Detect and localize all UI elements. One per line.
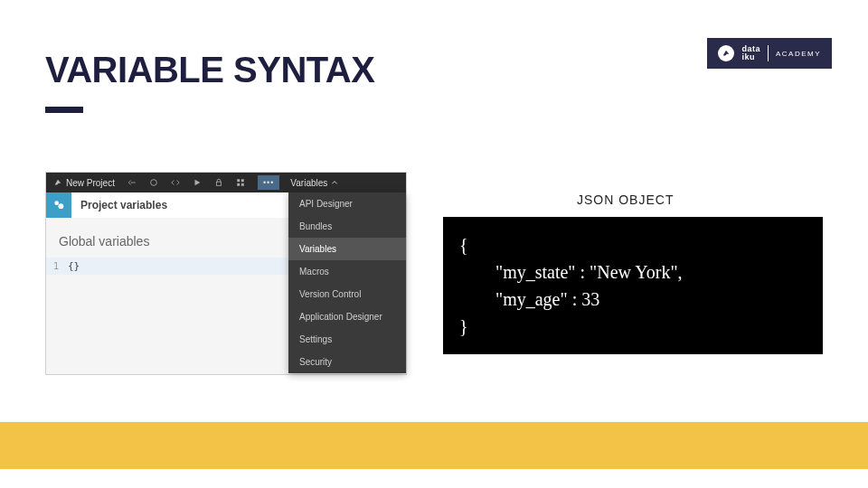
dropdown-item-settings[interactable]: Settings <box>288 328 406 351</box>
title-underline <box>45 107 83 113</box>
gear-cluster-icon <box>46 192 71 218</box>
svg-rect-1 <box>216 182 221 185</box>
project-name-text: New Project <box>66 178 115 188</box>
svg-point-0 <box>151 180 157 186</box>
svg-rect-3 <box>241 179 244 182</box>
play-icon[interactable] <box>193 178 202 187</box>
dropdown-item-macros[interactable]: Macros <box>288 260 406 283</box>
project-variables-title: Project variables <box>80 199 167 211</box>
svg-rect-5 <box>241 183 244 186</box>
lock-icon[interactable] <box>214 178 223 187</box>
brand-logo-badge: data iku ACADEMY <box>707 38 832 69</box>
dropdown-item-api-designer[interactable]: API Designer <box>288 192 406 215</box>
svg-rect-4 <box>237 183 240 186</box>
circle-icon[interactable] <box>149 178 158 187</box>
flow-icon[interactable] <box>127 178 137 187</box>
grid-icon[interactable] <box>236 178 245 187</box>
brand-line-2: iku <box>741 53 760 61</box>
page-title: VARIABLE SYNTAX <box>45 50 374 90</box>
bird-icon <box>718 45 734 61</box>
variables-tab-label: Variables <box>290 178 327 188</box>
bird-icon <box>53 178 62 187</box>
dropdown-item-version-control[interactable]: Version Control <box>288 283 406 305</box>
svg-point-6 <box>54 201 59 205</box>
app-screenshot: New Project ••• Variables Project variab… <box>45 172 407 375</box>
more-menu-trigger[interactable]: ••• <box>258 175 279 190</box>
chevron-up-icon <box>331 179 338 186</box>
decorative-footer-bar <box>0 422 868 469</box>
app-toolbar: New Project ••• Variables <box>46 173 406 192</box>
academy-label: ACADEMY <box>776 50 821 58</box>
svg-rect-2 <box>237 179 240 182</box>
json-code-block: { "my_state" : "New York", "my_age" : 33… <box>443 217 823 354</box>
line-number: 1 <box>53 261 68 271</box>
variables-tab[interactable]: Variables <box>281 173 347 192</box>
dropdown-item-security[interactable]: Security <box>288 351 406 373</box>
logo-divider <box>768 45 769 61</box>
code-icon[interactable] <box>171 178 180 187</box>
brand-name: data iku <box>741 45 760 61</box>
code-content: {} <box>68 260 80 272</box>
dropdown-item-bundles[interactable]: Bundles <box>288 215 406 238</box>
dropdown-item-variables[interactable]: Variables <box>288 238 406 260</box>
dropdown-item-application-designer[interactable]: Application Designer <box>288 305 406 328</box>
svg-point-7 <box>58 203 63 209</box>
json-object-label: JSON OBJECT <box>577 192 674 207</box>
project-name-label[interactable]: New Project <box>53 178 115 188</box>
more-dropdown-menu: API Designer Bundles Variables Macros Ve… <box>288 192 406 373</box>
